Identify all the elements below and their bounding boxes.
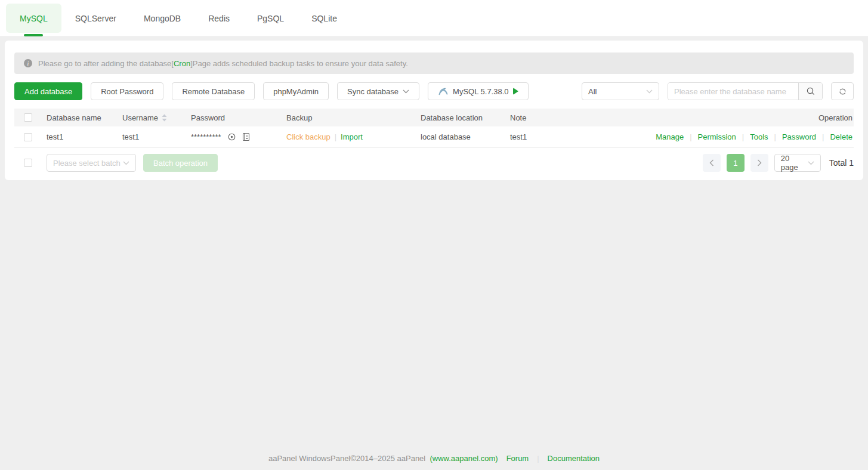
refresh-button[interactable]	[831, 82, 854, 100]
manage-link[interactable]: Manage	[656, 132, 684, 141]
mysql-version-button[interactable]: MySQL 5.7.38.0	[428, 82, 528, 100]
footer: aaPanel WindowsPanel©2014–2025 aaPanel (…	[0, 454, 868, 463]
chevron-down-icon	[403, 89, 409, 94]
toolbar-left: Add database Root Password Remote Databa…	[14, 82, 529, 100]
click-backup-link[interactable]: Click backup	[286, 132, 330, 141]
total-count: Total 1	[829, 158, 854, 168]
banner-text-before: Please go to after adding the database[	[38, 59, 174, 68]
search-button[interactable]	[798, 83, 822, 100]
refresh-icon	[838, 87, 847, 96]
cell-database-location: local database	[421, 132, 510, 141]
eye-icon[interactable]	[227, 132, 236, 141]
batch-select-placeholder: Please select batch	[53, 159, 121, 168]
divider: |	[335, 132, 336, 141]
page-number-button[interactable]: 1	[727, 154, 745, 172]
import-link[interactable]: Import	[341, 132, 363, 141]
cell-password: **********	[191, 132, 286, 141]
copyright-text: aaPanel WindowsPanel©2014–2025 aaPanel (…	[268, 454, 498, 463]
copyright-label: aaPanel WindowsPanel©2014–2025 aaPanel	[268, 454, 425, 463]
tab-sqlserver[interactable]: SQLServer	[61, 4, 130, 33]
banner-text: Please go to after adding the database[C…	[38, 59, 408, 68]
header-username-label: Username	[122, 113, 158, 122]
table-row: test1 test1 ********** Click backup | Im…	[14, 126, 854, 148]
header-note: Note	[510, 113, 818, 122]
database-table: Database name Username Password Backup D…	[14, 109, 854, 148]
add-database-button[interactable]: Add database	[14, 82, 82, 100]
chevron-down-icon	[808, 161, 814, 165]
sort-icon[interactable]	[162, 114, 167, 122]
batch-checkbox-cell	[14, 159, 32, 167]
tab-redis[interactable]: Redis	[194, 4, 243, 33]
banner-text-after: ]Page adds scheduled backup tasks to ens…	[190, 59, 408, 68]
page-size-value: 20 page	[781, 154, 808, 172]
header-operation: Operation	[818, 113, 854, 122]
tab-mysql[interactable]: MySQL	[6, 4, 61, 33]
root-password-button[interactable]: Root Password	[91, 82, 163, 100]
database-type-tabbar: MySQL SQLServer MongoDB Redis PgSQL SQLi…	[0, 0, 868, 37]
password-masked-value: **********	[191, 132, 221, 141]
header-backup: Backup	[286, 113, 421, 122]
header-checkbox-cell	[14, 113, 47, 122]
permission-link[interactable]: Permission	[698, 132, 736, 141]
pagination: 1 20 page Total 1	[703, 154, 854, 172]
delete-link[interactable]: Delete	[830, 132, 852, 141]
password-link[interactable]: Password	[782, 132, 816, 141]
divider: |	[537, 454, 539, 463]
database-panel: i Please go to after adding the database…	[5, 41, 863, 180]
filter-selected-value: All	[588, 87, 597, 96]
cell-username: test1	[122, 132, 191, 141]
cron-tip-banner: i Please go to after adding the database…	[14, 52, 854, 74]
cell-backup: Click backup | Import	[286, 132, 421, 141]
tools-link[interactable]: Tools	[750, 132, 768, 141]
tab-mongodb[interactable]: MongoDB	[130, 4, 194, 33]
documentation-link[interactable]: Documentation	[548, 454, 600, 463]
select-all-checkbox[interactable]	[24, 113, 32, 122]
divider: |	[822, 132, 824, 141]
batch-operation-button[interactable]: Batch operation	[143, 154, 218, 172]
toolbar-right: All	[582, 82, 854, 100]
row-checkbox-cell	[14, 133, 47, 141]
forum-link[interactable]: Forum	[506, 454, 529, 463]
chevron-down-icon	[646, 89, 653, 94]
batch-select-all-checkbox[interactable]	[24, 159, 32, 167]
info-icon: i	[24, 59, 32, 67]
batch-select[interactable]: Please select batch	[47, 154, 136, 172]
service-running-icon	[513, 88, 518, 95]
header-password: Password	[191, 113, 286, 122]
site-link[interactable]: (www.aapanel.com)	[430, 454, 498, 463]
divider: |	[742, 132, 744, 141]
tab-pgsql[interactable]: PgSQL	[243, 4, 298, 33]
header-username: Username	[122, 113, 191, 122]
filter-select[interactable]: All	[582, 82, 659, 100]
tab-sqlite[interactable]: SQLite	[298, 4, 351, 33]
divider: |	[690, 132, 691, 141]
next-page-button[interactable]	[750, 154, 768, 172]
phpmyadmin-button[interactable]: phpMyAdmin	[263, 82, 329, 100]
cell-database-name: test1	[47, 132, 122, 141]
search-icon	[806, 86, 816, 96]
search-input[interactable]	[668, 83, 798, 100]
sync-database-dropdown[interactable]: Sync database	[337, 82, 419, 100]
table-header-row: Database name Username Password Backup D…	[14, 109, 854, 126]
bottom-bar: Please select batch Batch operation 1 20…	[14, 154, 854, 172]
header-database-location: Database location	[421, 113, 510, 122]
toolbar: Add database Root Password Remote Databa…	[14, 82, 854, 100]
cell-operation: Manage | Permission | Tools | Password |…	[656, 132, 854, 141]
chevron-down-icon	[123, 161, 129, 165]
cron-link[interactable]: Cron	[174, 59, 190, 68]
sync-database-label: Sync database	[347, 87, 399, 96]
copy-icon[interactable]	[242, 132, 250, 141]
header-database-name: Database name	[47, 113, 122, 122]
row-checkbox[interactable]	[24, 133, 32, 141]
prev-page-button[interactable]	[703, 154, 721, 172]
search-box	[668, 82, 823, 100]
page-size-select[interactable]: 20 page	[774, 154, 821, 172]
divider: |	[774, 132, 776, 141]
mysql-version-label: MySQL 5.7.38.0	[453, 87, 508, 96]
mysql-dolphin-icon	[438, 87, 449, 95]
cell-note: test1	[510, 132, 656, 141]
remote-database-button[interactable]: Remote Database	[172, 82, 255, 100]
